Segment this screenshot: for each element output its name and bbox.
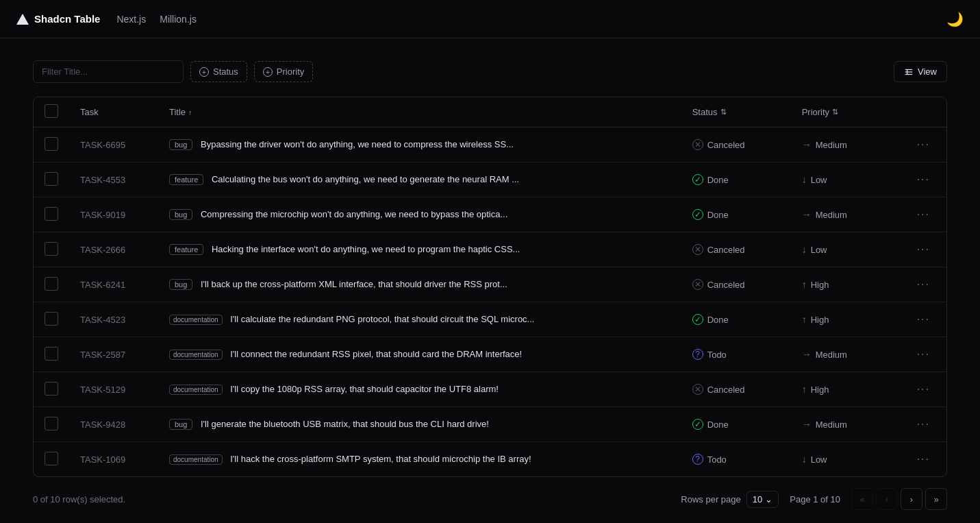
row-checkbox[interactable] <box>45 242 58 256</box>
row-tag: documentation <box>169 385 223 395</box>
next-page-button[interactable]: › <box>901 488 922 510</box>
row-status-cell: ✕ Canceled <box>681 127 791 162</box>
row-actions-cell[interactable]: ··· <box>901 127 946 162</box>
table-row: TASK-9428 bug I'll generate the bluetoot… <box>34 407 946 442</box>
row-status: ✓ Done <box>692 314 780 325</box>
row-checkbox[interactable] <box>45 417 58 430</box>
row-checkbox-cell[interactable] <box>34 407 69 442</box>
table-row: TASK-9019 bug Compressing the microchip … <box>34 197 946 232</box>
row-checkbox[interactable] <box>45 207 58 221</box>
rows-select-chevron: ⌄ <box>765 494 772 504</box>
row-actions-cell[interactable]: ··· <box>901 337 946 372</box>
row-checkbox-cell[interactable] <box>34 127 69 162</box>
priority-arrow: → <box>802 349 812 360</box>
row-actions-button[interactable]: ··· <box>912 345 935 363</box>
row-task-id: TASK-2666 <box>69 232 158 267</box>
select-all-checkbox[interactable] <box>45 104 58 118</box>
row-checkbox[interactable] <box>45 137 58 151</box>
nav-link-millionjs[interactable]: Million.js <box>160 14 197 25</box>
filter-title-input[interactable] <box>33 60 184 83</box>
table-row: TASK-1069 documentation I'll hack the cr… <box>34 442 946 477</box>
status-label: Canceled <box>707 280 745 290</box>
priority-arrow: ↑ <box>802 279 807 290</box>
row-checkbox[interactable] <box>45 277 58 291</box>
page-info: Page 1 of 10 <box>790 494 840 504</box>
row-task-id: TASK-2587 <box>69 337 158 372</box>
row-checkbox[interactable] <box>45 172 58 186</box>
row-title-cell: bug Bypassing the driver won't do anythi… <box>158 127 681 162</box>
row-task-id: TASK-9428 <box>69 407 158 442</box>
status-filter-button[interactable]: + Status <box>190 61 247 82</box>
row-actions-cell[interactable]: ··· <box>901 232 946 267</box>
row-actions-cell[interactable]: ··· <box>901 197 946 232</box>
th-status[interactable]: Status ⇅ <box>681 97 791 127</box>
row-checkbox-cell[interactable] <box>34 267 69 302</box>
row-checkbox-cell[interactable] <box>34 302 69 337</box>
priority-label: Medium <box>816 419 847 430</box>
priority-filter-button[interactable]: + Priority <box>254 61 313 82</box>
row-actions-button[interactable]: ··· <box>912 311 935 328</box>
row-actions-button[interactable]: ··· <box>912 276 935 293</box>
rows-per-page-select[interactable]: 10 ⌄ <box>746 491 779 508</box>
row-tag: feature <box>169 244 203 255</box>
theme-toggle-icon[interactable]: 🌙 <box>946 11 964 27</box>
row-task-id: TASK-4523 <box>69 302 158 337</box>
status-icon: ✕ <box>692 384 703 395</box>
priority-arrow: ↓ <box>802 174 807 185</box>
table-row: TASK-4523 documentation I'll calculate t… <box>34 302 946 337</box>
row-actions-cell[interactable]: ··· <box>901 442 946 477</box>
row-checkbox[interactable] <box>45 452 58 465</box>
th-status-sort[interactable]: Status ⇅ <box>692 107 780 117</box>
row-checkbox[interactable] <box>45 382 58 396</box>
nav-link-nextjs[interactable]: Next.js <box>116 14 146 25</box>
row-tag: documentation <box>169 454 223 465</box>
priority-label: Medium <box>816 350 847 360</box>
pagination-buttons: « ‹ › » <box>851 488 947 510</box>
row-actions-button[interactable]: ··· <box>912 415 935 433</box>
row-actions-cell[interactable]: ··· <box>901 267 946 302</box>
th-priority-sort[interactable]: Priority ⇅ <box>802 107 890 117</box>
row-priority-cell: → Medium <box>791 407 901 442</box>
status-label: Done <box>707 419 729 430</box>
th-title[interactable]: Title ↑ <box>158 97 681 127</box>
row-checkbox-cell[interactable] <box>34 372 69 407</box>
row-checkbox-cell[interactable] <box>34 337 69 372</box>
row-actions-button[interactable]: ··· <box>912 206 935 223</box>
row-checkbox-cell[interactable] <box>34 442 69 477</box>
row-actions-button[interactable]: ··· <box>912 450 935 468</box>
row-actions-cell[interactable]: ··· <box>901 302 946 337</box>
row-checkbox[interactable] <box>45 312 58 326</box>
th-title-sort[interactable]: Title ↑ <box>169 107 670 117</box>
row-priority: → Medium <box>802 209 890 220</box>
view-button[interactable]: View <box>894 61 947 82</box>
th-priority[interactable]: Priority ⇅ <box>791 97 901 127</box>
row-actions-button[interactable]: ··· <box>912 241 935 258</box>
row-actions-cell[interactable]: ··· <box>901 372 946 407</box>
row-actions-button[interactable]: ··· <box>912 136 935 154</box>
row-priority: → Medium <box>802 139 890 150</box>
priority-label: Medium <box>816 140 847 150</box>
row-checkbox-cell[interactable] <box>34 232 69 267</box>
row-status: ✕ Canceled <box>692 279 780 290</box>
priority-arrow: ↑ <box>802 314 807 325</box>
last-page-button[interactable]: » <box>925 488 947 510</box>
row-tag: feature <box>169 174 203 185</box>
row-priority: ↓ Low <box>802 244 890 255</box>
th-select-all[interactable] <box>34 97 69 127</box>
row-checkbox-cell[interactable] <box>34 197 69 232</box>
status-label: Done <box>707 175 729 185</box>
toolbar: + Status + Priority View <box>33 60 947 83</box>
row-actions-cell[interactable]: ··· <box>901 407 946 442</box>
row-actions-button[interactable]: ··· <box>912 171 935 188</box>
row-priority-cell: → Medium <box>791 127 901 162</box>
row-checkbox[interactable] <box>45 347 58 361</box>
row-actions-button[interactable]: ··· <box>912 380 935 398</box>
row-checkbox-cell[interactable] <box>34 162 69 197</box>
first-page-button[interactable]: « <box>851 488 873 510</box>
prev-page-button[interactable]: ‹ <box>876 488 898 510</box>
brand-icon <box>16 14 29 25</box>
row-tag: documentation <box>169 350 223 360</box>
row-priority-cell: ↑ High <box>791 267 901 302</box>
row-actions-cell[interactable]: ··· <box>901 162 946 197</box>
priority-arrow: → <box>802 419 812 430</box>
